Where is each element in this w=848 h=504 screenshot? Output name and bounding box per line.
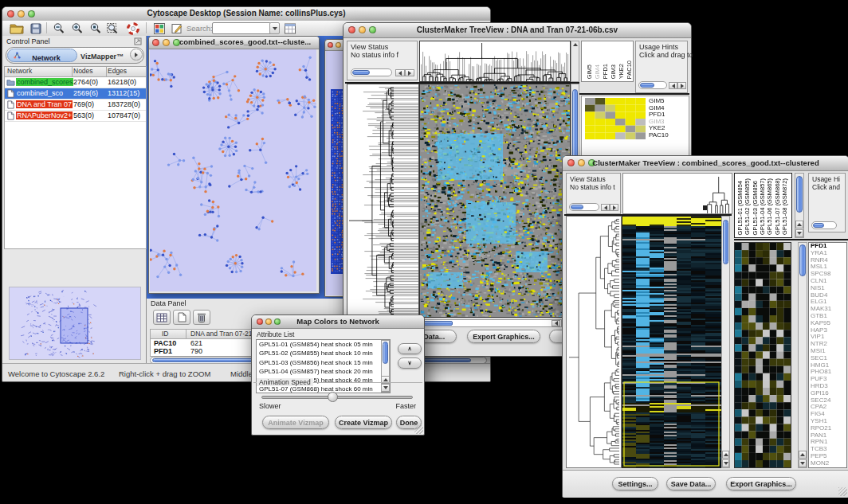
tv1-col-scroll[interactable] <box>571 41 579 82</box>
network-row[interactable]: DNA and Tran 07769(0)183728(0) <box>5 100 146 111</box>
attr-row-value[interactable]: 621 <box>190 339 202 347</box>
zoom-selected-icon[interactable] <box>88 22 103 35</box>
minimize-icon[interactable] <box>336 42 341 48</box>
tv1-row-labels: GIM5GIM4PFD1GIM3YKE2PAC10 <box>649 98 689 141</box>
tv2-zoom-heatmap[interactable] <box>734 242 791 468</box>
search-input[interactable] <box>212 22 271 34</box>
gene-label[interactable]: MON2 <box>809 460 846 467</box>
animation-speed-label: Animation Speed <box>257 378 313 386</box>
tv2-heat-vscroll[interactable] <box>721 216 730 468</box>
attr-row-value[interactable]: 790 <box>190 347 202 355</box>
resize-grip[interactable] <box>414 425 423 434</box>
main-window-title: Cytoscape Desktop (Session Name: collins… <box>2 9 490 18</box>
tv1-usage-hscroll[interactable] <box>638 81 667 89</box>
tv2-heatmap[interactable] <box>622 216 722 468</box>
tv2-gene-vscroll[interactable] <box>798 242 807 468</box>
tv2-row-dendrogram[interactable] <box>566 216 622 468</box>
annotation-icon[interactable] <box>170 22 184 35</box>
tv1-scroll-left-button[interactable] <box>395 69 405 76</box>
animate-vizmap-button[interactable]: Animate Vizmap <box>262 416 329 429</box>
tv2-gene-list[interactable]: PFD1YRA1RNR4MSL1SPC98CLN1NIS1BUD4ELG1MAK… <box>808 242 847 468</box>
attr-row-id[interactable]: PFD1 <box>154 347 172 355</box>
move-down-button[interactable]: ∨ <box>398 357 422 369</box>
minimize-icon[interactable] <box>163 39 170 46</box>
import-table-icon[interactable] <box>283 22 297 35</box>
tv1-row-dendrogram[interactable] <box>347 84 419 318</box>
attribute-item[interactable]: GPL51-03 (GSM856) heat shock 15 min <box>257 358 390 367</box>
tab-overflow-button[interactable] <box>130 49 143 61</box>
col-edges[interactable]: Edges <box>108 67 127 75</box>
network1-titlebar[interactable]: combined_scores_good.txt--cluste... <box>149 37 319 49</box>
new-attribute-button[interactable] <box>173 310 190 325</box>
open-file-icon[interactable] <box>10 22 24 35</box>
float-panel-icon[interactable] <box>134 37 142 45</box>
col-network[interactable]: Network <box>7 67 32 75</box>
zoom-in-icon[interactable] <box>70 22 84 35</box>
tv2-column-label: GPL51-02 (GSM855) <box>744 178 751 235</box>
tv2-export-graphics-button[interactable]: Export Graphics... <box>726 477 796 490</box>
treeview2-titlebar[interactable]: ClusterMaker TreeView : combined_scores_… <box>563 156 848 171</box>
tv2-scroll-right-button[interactable] <box>610 204 618 211</box>
tab-network-label: Network <box>32 54 61 62</box>
tab-vizmapper[interactable]: VizMapper™ <box>77 48 128 61</box>
help-lifering-icon[interactable] <box>126 22 140 35</box>
tv2-view-status-title: View Status <box>570 175 606 183</box>
map-colors-dialog: Map Colors to Network Attribute List GPL… <box>251 315 425 436</box>
network1-view[interactable] <box>150 49 316 291</box>
tv1-status-hscroll[interactable] <box>351 68 392 76</box>
attribute-item[interactable]: GPL51-04 (GSM857) heat shock 20 min <box>257 367 390 376</box>
tv1-export-graphics-button[interactable]: Export Graphics... <box>467 330 540 343</box>
vizmapper-icon[interactable] <box>152 22 167 35</box>
save-icon[interactable] <box>29 22 43 35</box>
network-edges: 13112(15) <box>108 89 139 97</box>
close-icon[interactable] <box>328 42 333 48</box>
tab-network[interactable]: Network <box>7 49 77 62</box>
network-row[interactable]: combined_sco2569(6)13112(15) <box>5 88 146 100</box>
tv1-column-labels: GIM5GIM4PFD1GIM3YKE2PAC10 <box>581 41 634 82</box>
tv2-view-status-text: No status info t <box>570 183 615 191</box>
dialog-titlebar[interactable]: Map Colors to Network <box>252 315 424 329</box>
attribute-list-label: Attribute List <box>257 330 294 338</box>
tv1-usage-right-button[interactable] <box>677 82 686 89</box>
treeview1-titlebar[interactable]: ClusterMaker TreeView : DNA and Tran 07-… <box>344 23 691 38</box>
attr-row-id[interactable]: PAC10 <box>154 339 176 347</box>
tv2-usage-hscroll[interactable] <box>811 221 837 229</box>
tv2-settings-button[interactable]: Settings... <box>612 477 658 490</box>
tv2-status-hscroll[interactable] <box>569 203 599 211</box>
tv2-column-label: GPL51-03 (GSM856 <box>752 181 759 235</box>
zoom-out-icon[interactable] <box>52 22 66 35</box>
tv1-usage-left-button[interactable] <box>669 82 677 89</box>
main-titlebar[interactable]: Cytoscape Desktop (Session Name: collins… <box>2 7 490 21</box>
tv1-heat-hscroll[interactable] <box>419 319 571 327</box>
move-up-button[interactable]: ∧ <box>398 343 422 354</box>
table-mode-button[interactable] <box>153 310 171 325</box>
attribute-item[interactable]: GPL51-01 (GSM854) heat shock 05 min <box>257 340 390 349</box>
zoom-fit-icon[interactable] <box>105 22 120 35</box>
tv2-column-dendrogram[interactable] <box>622 173 732 214</box>
search-dropdown-button[interactable] <box>269 22 280 34</box>
tv1-row-label: PAC10 <box>649 132 689 139</box>
create-vizmap-button[interactable]: Create Vizmap <box>335 416 392 429</box>
control-panel: Control Panel Network VizMapper™ Network… <box>2 36 147 363</box>
network-row[interactable]: combined_scores2764(0)16218(0) <box>5 77 146 88</box>
attr-col-id[interactable]: ID <box>162 330 169 338</box>
close-icon[interactable] <box>152 39 159 46</box>
attribute-list-vscroll[interactable] <box>381 340 390 393</box>
network-row[interactable]: RNAPuberNov2+563(0)107847(0) <box>5 111 146 122</box>
attribute-item[interactable]: GPL51-07 (GSM868) heat shock 60 min <box>257 385 390 393</box>
col-nodes[interactable]: Nodes <box>73 67 93 75</box>
birds-eye-view[interactable] <box>9 287 141 360</box>
delete-attribute-button[interactable] <box>193 310 210 325</box>
resize-grip[interactable] <box>838 487 847 496</box>
tv2-usage-hints-title: Usage Hi <box>812 175 840 183</box>
slider-thumb[interactable] <box>328 392 338 402</box>
tv1-scroll-right-button[interactable] <box>405 69 414 76</box>
tv2-labels-vscroll[interactable] <box>795 173 804 238</box>
tv1-usage-hints-title: Usage Hints <box>639 43 678 51</box>
tv2-scroll-left-button[interactable] <box>601 204 610 211</box>
tv1-correlation-heatmap[interactable] <box>585 98 646 139</box>
tv1-heatmap[interactable] <box>419 84 571 318</box>
tv2-save-data-button[interactable]: Save Data... <box>666 477 716 490</box>
attribute-item[interactable]: GPL51-02 (GSM855) heat shock 10 min <box>257 349 390 357</box>
tv1-column-dendrogram[interactable] <box>419 41 571 82</box>
